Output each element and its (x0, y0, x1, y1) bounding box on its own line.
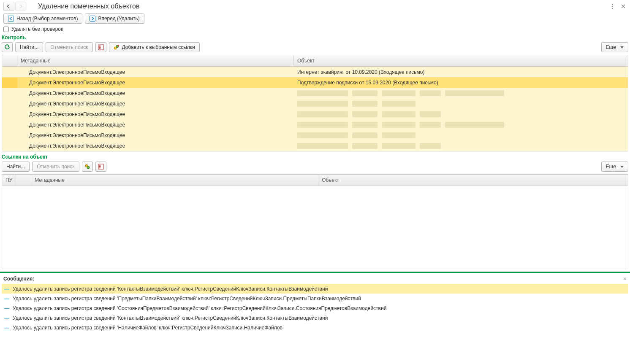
cell-object (294, 120, 628, 130)
svg-point-2 (612, 8, 613, 9)
info-dash-icon: — (4, 325, 9, 331)
cell-metadata: Документ.ЭлектронноеПисьмоВходящее (17, 109, 294, 119)
message-text: Удалось удалить запись регистра сведений… (13, 325, 282, 331)
refs-more-menu-button[interactable]: Еще (601, 162, 628, 172)
nav-forward-button[interactable] (15, 2, 26, 11)
wizard-back-label: Назад (Выбор элементов) (16, 16, 78, 22)
cell-object: Интернет эквайринг от 10.09.2020 (Входящ… (294, 67, 628, 77)
table-row[interactable]: Документ.ЭлектронноеПисьмоВходящее (2, 130, 628, 140)
table-row[interactable]: Документ.ЭлектронноеПисьмоВходящееИнтерн… (2, 67, 628, 77)
refs-cancel-find-button: Отменить поиск (32, 162, 79, 172)
message-row[interactable]: —Удалось удалить запись регистра сведени… (2, 313, 628, 323)
table-row[interactable]: Документ.ЭлектронноеПисьмоВходящееПодтве… (2, 77, 628, 88)
refs-col-pu[interactable]: ПУ (2, 175, 16, 186)
svg-point-0 (612, 4, 613, 5)
close-icon[interactable] (620, 3, 627, 10)
table-row[interactable]: Документ.ЭлектронноеПисьмоВходящее (2, 98, 628, 109)
delete-no-check-label: Удалять без проверок (11, 26, 63, 32)
refresh-button[interactable] (2, 42, 13, 52)
info-dash-icon: — (4, 286, 9, 292)
cell-object (294, 88, 628, 98)
cell-object (294, 130, 628, 140)
refs-col-tracker[interactable] (16, 175, 31, 186)
arrow-left-box-icon (8, 16, 14, 22)
kebab-menu-icon[interactable] (609, 3, 616, 10)
cancel-find-button: Отменить поиск (46, 42, 92, 52)
message-text: Удалось удалить запись регистра сведений… (13, 305, 386, 311)
messages-list[interactable]: —Удалось удалить запись регистра сведени… (0, 284, 630, 339)
control-col-object[interactable]: Объект (294, 55, 628, 66)
wizard-back-button[interactable]: Назад (Выбор элементов) (3, 13, 82, 24)
arrow-right-box-icon (90, 16, 95, 22)
cell-metadata: Документ.ЭлектронноеПисьмоВходящее (17, 78, 294, 88)
message-row[interactable]: —Удалось удалить запись регистра сведени… (2, 303, 628, 313)
refs-grid: ПУ Метаданные Объект (2, 174, 628, 269)
cell-metadata: Документ.ЭлектронноеПисьмоВходящее (17, 120, 294, 130)
find-button[interactable]: Найти... (15, 42, 43, 52)
cell-object (294, 141, 628, 151)
header-bar: Удаление помеченных объектов (0, 0, 630, 13)
svg-rect-3 (8, 16, 14, 22)
refs-toolbar: Найти... Отменить поиск Еще (0, 162, 630, 174)
control-col-metadata[interactable]: Метаданные (17, 55, 294, 66)
delete-no-check-row: Удалять без проверок (0, 24, 630, 35)
wizard-forward-button[interactable]: Вперед (Удалить) (85, 13, 144, 24)
refs-grid-header: ПУ Метаданные Объект (2, 175, 628, 186)
refs-find-button[interactable]: Найти... (2, 162, 30, 172)
refs-grid-body[interactable] (2, 186, 628, 269)
link-plus-icon (114, 44, 119, 50)
add-refs-button[interactable]: Добавить к выбранным ссылки (109, 42, 200, 52)
cell-object (294, 99, 628, 109)
section-refs-title: Ссылки на объект (0, 154, 630, 162)
message-row[interactable]: —Удалось удалить запись регистра сведени… (2, 323, 628, 332)
table-row[interactable]: Документ.ЭлектронноеПисьмоВходящее (2, 88, 628, 98)
cell-metadata: Документ.ЭлектронноеПисьмоВходящее (17, 99, 294, 109)
nav-back-button[interactable] (3, 2, 14, 11)
refs-col-metadata[interactable]: Метаданные (31, 175, 318, 186)
svg-rect-4 (90, 16, 95, 22)
section-control-title: Контроль (0, 35, 630, 42)
svg-point-9 (87, 166, 90, 169)
cell-object (294, 109, 628, 119)
cell-metadata: Документ.ЭлектронноеПисьмоВходящее (17, 88, 294, 98)
refs-swap-button[interactable] (82, 162, 93, 172)
more-menu-button[interactable]: Еще (601, 42, 628, 52)
message-row[interactable]: —Удалось удалить запись регистра сведени… (2, 284, 628, 294)
messages-header: Сообщения: × (0, 273, 630, 284)
message-text: Удалось удалить запись регистра сведений… (13, 296, 361, 302)
cell-metadata: Документ.ЭлектронноеПисьмоВходящее (17, 67, 294, 77)
cell-object: Подтверждение подписки от 15.09.2020 (Вх… (294, 78, 628, 88)
messages-close-icon[interactable]: × (623, 275, 627, 282)
svg-point-1 (612, 6, 613, 7)
control-grid-body[interactable]: Документ.ЭлектронноеПисьмоВходящееИнтерн… (2, 67, 628, 151)
export-excel-button[interactable] (95, 42, 106, 52)
control-toolbar: Найти... Отменить поиск Добавить к выбра… (0, 42, 630, 55)
table-row[interactable]: Документ.ЭлектронноеПисьмоВходящее (2, 140, 628, 151)
wizard-forward-label: Вперед (Удалить) (98, 16, 139, 22)
table-row[interactable]: Документ.ЭлектронноеПисьмоВходящее (2, 119, 628, 130)
info-dash-icon: — (4, 296, 9, 302)
table-row[interactable]: Документ.ЭлектронноеПисьмоВходящее (2, 109, 628, 119)
page-title: Удаление помеченных объектов (38, 3, 139, 10)
messages-title: Сообщения: (3, 276, 34, 282)
cell-metadata: Документ.ЭлектронноеПисьмоВходящее (17, 141, 294, 151)
info-dash-icon: — (4, 315, 9, 321)
cell-metadata: Документ.ЭлектронноеПисьмоВходящее (17, 130, 294, 140)
info-dash-icon: — (4, 305, 9, 311)
message-text: Удалось удалить запись регистра сведений… (13, 286, 328, 292)
control-grid: Метаданные Объект Документ.ЭлектронноеПи… (2, 55, 628, 151)
control-grid-header: Метаданные Объект (2, 55, 628, 67)
message-text: Удалось удалить запись регистра сведений… (13, 315, 328, 321)
wizard-nav: Назад (Выбор элементов) Вперед (Удалить) (0, 13, 630, 24)
refs-col-object[interactable]: Объект (318, 175, 628, 186)
message-row[interactable]: —Удалось удалить запись регистра сведени… (2, 294, 628, 303)
delete-no-check-checkbox[interactable] (3, 27, 9, 32)
refs-export-excel-button[interactable] (95, 162, 106, 172)
control-col-tracker[interactable] (2, 55, 17, 66)
